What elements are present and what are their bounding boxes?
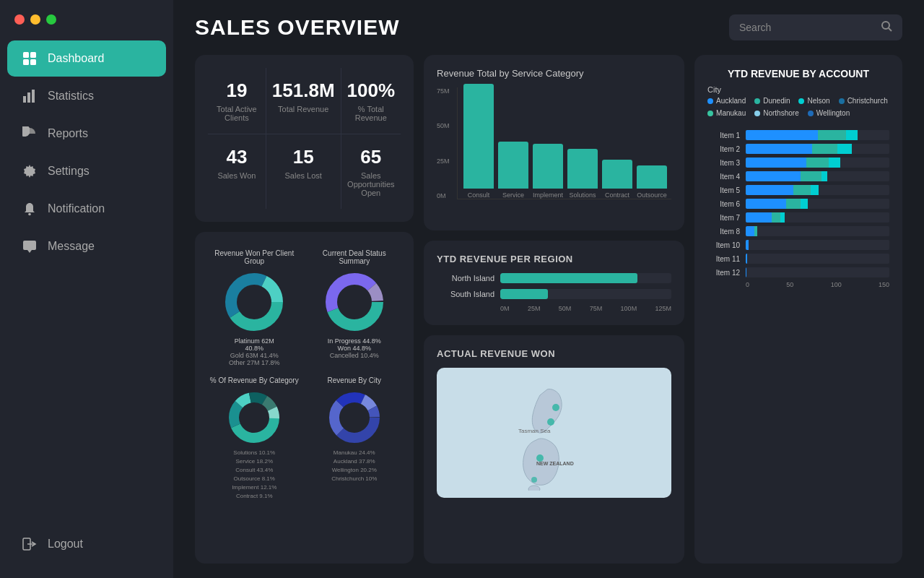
kpi-sales-won-value: 43 <box>226 146 247 168</box>
donut-charts-card: Revenue Won Per Client Group Platinum 62… <box>195 232 414 564</box>
svg-point-33 <box>547 418 554 426</box>
legend-wellington: Wellington <box>808 109 850 117</box>
h-bar-item4: Item 4 <box>707 171 889 181</box>
svg-rect-4 <box>23 96 26 103</box>
revenue-category-pie-chart <box>225 389 283 447</box>
legend-dot-northshore <box>754 111 760 116</box>
h-bar-item12: Item 12 <box>707 267 889 277</box>
search-bar <box>729 14 902 40</box>
legend-dot-christchurch <box>839 98 845 104</box>
deal-status-title: Current Deal Status Summary <box>308 249 401 265</box>
deal-status-chart <box>322 269 387 335</box>
h-bar-item8: Item 8 <box>707 226 889 236</box>
kpi-pct-revenue-value: 100% <box>347 79 396 102</box>
bar-consult-label: Consult <box>468 191 490 199</box>
h-bar-item11: Item 11 <box>707 254 889 264</box>
kpi-total-revenue-value: 151.8M <box>272 79 335 102</box>
legend-dot-auckland <box>707 98 713 104</box>
page-title: SALES OVERVIEW <box>195 15 400 40</box>
map-area: Tasman Sea NEW ZEALAND <box>437 368 671 498</box>
grid-icon <box>22 51 38 66</box>
svg-point-12 <box>882 22 889 29</box>
bar-outsource-label: Outsource <box>637 191 667 199</box>
y-25m: 25M <box>437 158 457 165</box>
revenue-category-pie-title: % Of Revenue By Category <box>210 376 299 384</box>
logout-icon <box>22 536 38 552</box>
svg-point-8 <box>28 213 31 216</box>
legend-dot-manukau <box>707 111 713 116</box>
svg-point-35 <box>531 477 537 483</box>
header: SALES OVERVIEW <box>173 0 924 48</box>
region-bar-south-bg <box>500 289 671 299</box>
legend-items: Auckland Dunedin Nelson Christchurch <box>707 97 889 117</box>
svg-rect-1 <box>30 52 36 58</box>
kpi-sales-won: 43 Sales Won <box>208 134 266 209</box>
kpi-pct-revenue: 100% % Total Revenue <box>341 68 401 134</box>
svg-rect-6 <box>32 90 35 103</box>
bar-implement-label: Implement <box>533 191 563 199</box>
legend-manukau: Manukau <box>707 109 746 117</box>
svg-rect-2 <box>23 59 29 65</box>
h-bar-item5: Item 5 <box>707 185 889 195</box>
h-bar-item2: Item 2 <box>707 144 889 154</box>
sidebar-item-message[interactable]: Message <box>7 228 166 264</box>
svg-text:NEW ZEALAND: NEW ZEALAND <box>536 461 574 466</box>
traffic-lights <box>0 14 173 39</box>
svg-rect-3 <box>30 59 36 65</box>
h-bar-item3: Item 3 <box>707 158 889 168</box>
svg-text:Tasman Sea: Tasman Sea <box>518 428 551 434</box>
revenue-won-client-chart <box>222 269 287 335</box>
ytd-region-title: YTD REVENUE PER REGION <box>437 254 671 264</box>
revenue-city-pie-section: Revenue By City Manukau 24.4% Auckland 3… <box>308 376 401 501</box>
kpi-sales-opp-label: Sales Opportunities Open <box>347 171 396 197</box>
search-input[interactable] <box>739 22 875 33</box>
kpi-card: 19 Total Active Clients 151.8M Total Rev… <box>195 55 414 222</box>
legend-auckland: Auckland <box>707 97 746 105</box>
nz-map-svg: Tasman Sea NEW ZEALAND <box>497 375 612 491</box>
legend-dot-nelson <box>798 98 804 104</box>
svg-point-32 <box>552 404 559 411</box>
bar-chart-icon <box>22 88 38 104</box>
svg-rect-0 <box>23 52 29 58</box>
dashboard-grid: 19 Total Active Clients 151.8M Total Rev… <box>173 48 924 578</box>
legend-christchurch: Christchurch <box>839 97 888 105</box>
deal-status-section: Current Deal Status Summary In Progress … <box>308 249 401 366</box>
region-axis: 0M 25M 50M 75M 100M 125M <box>437 305 671 312</box>
h-axis: 0 50 100 150 <box>707 281 889 288</box>
sidebar-item-notification-label: Notification <box>48 202 105 215</box>
h-bar-item7: Item 7 <box>707 212 889 223</box>
sidebar-item-dashboard[interactable]: Dashboard <box>7 40 166 77</box>
minimize-button[interactable] <box>30 14 40 25</box>
gear-icon <box>22 163 38 179</box>
sidebar-item-statistics-label: Statistics <box>48 90 94 103</box>
kpi-sales-lost-label: Sales Lost <box>284 171 321 180</box>
region-bar-north-bg <box>500 273 671 283</box>
region-section: North Island South Island 0M 25M <box>437 273 671 312</box>
sidebar-item-statistics[interactable]: Statistics <box>7 78 166 114</box>
maximize-button[interactable] <box>46 14 56 25</box>
kpi-total-clients-value: 19 <box>226 79 247 102</box>
pie-chart-icon <box>22 126 38 142</box>
sidebar-item-notification[interactable]: Notification <box>7 191 166 227</box>
bar-service-label: Service <box>502 191 524 199</box>
legend-northshore: Northshore <box>754 109 798 117</box>
sidebar-item-message-label: Message <box>48 240 95 253</box>
revenue-city-pie-title: Revenue By City <box>328 376 381 384</box>
sidebar-item-reports[interactable]: Reports <box>7 116 166 152</box>
close-button[interactable] <box>14 14 25 25</box>
ytd-region-card: YTD REVENUE PER REGION North Island Sout… <box>424 241 684 325</box>
logout-label: Logout <box>48 538 83 551</box>
svg-line-13 <box>889 28 892 31</box>
h-bar-item1: Item 1 <box>707 130 889 140</box>
logout-button[interactable]: Logout <box>7 526 166 562</box>
region-row-south: South Island <box>437 289 671 299</box>
legend-nelson: Nelson <box>798 97 829 105</box>
sidebar-item-dashboard-label: Dashboard <box>48 52 104 65</box>
message-icon <box>22 238 38 254</box>
region-row-north: North Island <box>437 273 671 283</box>
bar-solutions-label: Solutions <box>570 191 596 199</box>
sidebar-item-settings[interactable]: Settings <box>7 153 166 189</box>
kpi-sales-opp-value: 65 <box>360 146 381 168</box>
revenue-category-title: Revenue Total by Service Category <box>437 68 671 79</box>
revenue-won-client-title: Revenue Won Per Client Group <box>208 249 301 265</box>
